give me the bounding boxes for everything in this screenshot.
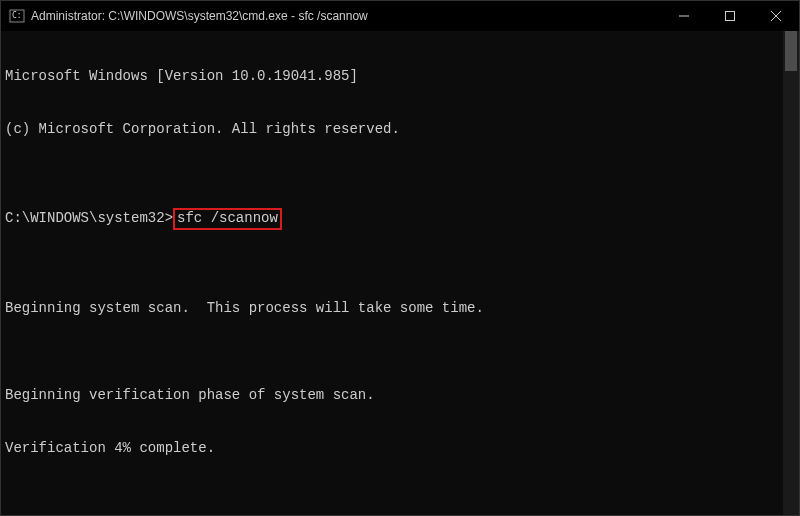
scrollbar-thumb[interactable] — [785, 31, 797, 71]
content-area: Microsoft Windows [Version 10.0.19041.98… — [1, 31, 799, 515]
svg-rect-3 — [726, 12, 735, 21]
terminal-output[interactable]: Microsoft Windows [Version 10.0.19041.98… — [1, 31, 783, 515]
window-controls — [661, 1, 799, 31]
close-button[interactable] — [753, 1, 799, 31]
window-title: Administrator: C:\WINDOWS\system32\cmd.e… — [31, 9, 661, 23]
maximize-button[interactable] — [707, 1, 753, 31]
svg-text:C:: C: — [12, 11, 22, 20]
command-highlight: sfc /scannow — [173, 208, 282, 230]
cmd-window: C: Administrator: C:\WINDOWS\system32\cm… — [0, 0, 800, 516]
prompt: C:\WINDOWS\system32> — [5, 210, 173, 226]
output-line: Beginning system scan. This process will… — [5, 300, 779, 318]
prompt-line: C:\WINDOWS\system32>sfc /scannow — [5, 208, 779, 230]
output-line: Verification 4% complete. — [5, 440, 779, 458]
output-line: (c) Microsoft Corporation. All rights re… — [5, 121, 779, 139]
vertical-scrollbar[interactable] — [783, 31, 799, 515]
output-line: Beginning verification phase of system s… — [5, 387, 779, 405]
output-line: Microsoft Windows [Version 10.0.19041.98… — [5, 68, 779, 86]
minimize-button[interactable] — [661, 1, 707, 31]
titlebar[interactable]: C: Administrator: C:\WINDOWS\system32\cm… — [1, 1, 799, 31]
cmd-icon: C: — [9, 8, 25, 24]
